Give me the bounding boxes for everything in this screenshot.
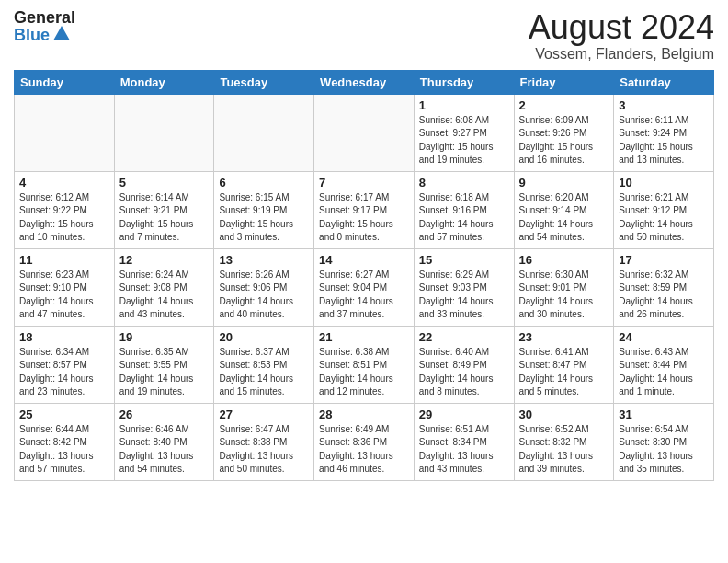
day-number: 28 xyxy=(319,408,409,421)
day-cell: 29Sunrise: 6:51 AM Sunset: 8:34 PM Dayli… xyxy=(414,403,514,480)
logo: General Blue xyxy=(14,9,75,44)
day-info: Sunrise: 6:27 AM Sunset: 9:04 PM Dayligh… xyxy=(319,269,409,322)
day-info: Sunrise: 6:08 AM Sunset: 9:27 PM Dayligh… xyxy=(419,114,509,167)
day-number: 2 xyxy=(519,98,609,112)
day-number: 22 xyxy=(419,330,509,344)
day-info: Sunrise: 6:15 AM Sunset: 9:19 PM Dayligh… xyxy=(219,191,309,245)
month-year: August 2024 xyxy=(529,9,714,46)
col-sunday: Sunday xyxy=(15,70,115,94)
col-thursday: Thursday xyxy=(414,70,514,94)
day-info: Sunrise: 6:30 AM Sunset: 9:01 PM Dayligh… xyxy=(519,269,609,322)
day-cell: 2Sunrise: 6:09 AM Sunset: 9:26 PM Daylig… xyxy=(514,94,614,171)
day-cell: 11Sunrise: 6:23 AM Sunset: 9:10 PM Dayli… xyxy=(15,248,115,326)
day-info: Sunrise: 6:26 AM Sunset: 9:06 PM Dayligh… xyxy=(219,269,309,322)
day-info: Sunrise: 6:38 AM Sunset: 8:51 PM Dayligh… xyxy=(319,346,409,399)
day-info: Sunrise: 6:37 AM Sunset: 8:53 PM Dayligh… xyxy=(219,346,309,399)
day-cell: 28Sunrise: 6:49 AM Sunset: 8:36 PM Dayli… xyxy=(314,403,415,480)
col-wednesday: Wednesday xyxy=(314,70,415,94)
day-number: 31 xyxy=(619,408,709,421)
day-cell: 30Sunrise: 6:52 AM Sunset: 8:32 PM Dayli… xyxy=(514,403,614,480)
day-number: 3 xyxy=(619,98,709,112)
day-info: Sunrise: 6:46 AM Sunset: 8:40 PM Dayligh… xyxy=(119,423,210,477)
day-cell: 26Sunrise: 6:46 AM Sunset: 8:40 PM Dayli… xyxy=(114,403,214,480)
day-number: 14 xyxy=(319,253,409,267)
day-number: 12 xyxy=(119,253,210,267)
day-number: 17 xyxy=(619,253,709,267)
day-info: Sunrise: 6:20 AM Sunset: 9:14 PM Dayligh… xyxy=(519,191,609,245)
day-cell: 20Sunrise: 6:37 AM Sunset: 8:53 PM Dayli… xyxy=(214,326,314,403)
location: Vossem, Flanders, Belgium xyxy=(529,46,714,63)
calendar-table: Sunday Monday Tuesday Wednesday Thursday… xyxy=(14,70,714,481)
day-number: 7 xyxy=(319,176,409,190)
day-cell: 22Sunrise: 6:40 AM Sunset: 8:49 PM Dayli… xyxy=(414,326,514,403)
day-number: 27 xyxy=(219,408,309,421)
day-cell: 21Sunrise: 6:38 AM Sunset: 8:51 PM Dayli… xyxy=(314,326,415,403)
title-section: August 2024 Vossem, Flanders, Belgium xyxy=(529,9,714,63)
day-info: Sunrise: 6:49 AM Sunset: 8:36 PM Dayligh… xyxy=(319,423,409,477)
day-number: 25 xyxy=(19,408,109,421)
day-cell: 8Sunrise: 6:18 AM Sunset: 9:16 PM Daylig… xyxy=(414,171,514,248)
day-info: Sunrise: 6:12 AM Sunset: 9:22 PM Dayligh… xyxy=(19,191,109,245)
week-row-0: 1Sunrise: 6:08 AM Sunset: 9:27 PM Daylig… xyxy=(15,94,714,171)
day-info: Sunrise: 6:34 AM Sunset: 8:57 PM Dayligh… xyxy=(19,346,109,399)
day-cell xyxy=(114,94,214,171)
day-info: Sunrise: 6:21 AM Sunset: 9:12 PM Dayligh… xyxy=(619,191,709,245)
day-cell: 7Sunrise: 6:17 AM Sunset: 9:17 PM Daylig… xyxy=(314,171,415,248)
day-info: Sunrise: 6:17 AM Sunset: 9:17 PM Dayligh… xyxy=(319,191,409,245)
day-cell xyxy=(214,94,314,171)
day-cell: 10Sunrise: 6:21 AM Sunset: 9:12 PM Dayli… xyxy=(614,171,714,248)
day-info: Sunrise: 6:41 AM Sunset: 8:47 PM Dayligh… xyxy=(519,346,609,399)
logo-blue: Blue xyxy=(14,27,50,43)
day-number: 18 xyxy=(19,330,109,344)
day-info: Sunrise: 6:32 AM Sunset: 8:59 PM Dayligh… xyxy=(619,269,709,322)
day-cell: 17Sunrise: 6:32 AM Sunset: 8:59 PM Dayli… xyxy=(614,248,714,326)
day-cell: 3Sunrise: 6:11 AM Sunset: 9:24 PM Daylig… xyxy=(614,94,714,171)
day-number: 4 xyxy=(19,176,109,190)
day-info: Sunrise: 6:51 AM Sunset: 8:34 PM Dayligh… xyxy=(419,423,509,477)
day-info: Sunrise: 6:47 AM Sunset: 8:38 PM Dayligh… xyxy=(219,423,309,477)
day-cell: 14Sunrise: 6:27 AM Sunset: 9:04 PM Dayli… xyxy=(314,248,415,326)
day-number: 13 xyxy=(219,253,309,267)
day-info: Sunrise: 6:44 AM Sunset: 8:42 PM Dayligh… xyxy=(19,423,109,477)
day-cell: 9Sunrise: 6:20 AM Sunset: 9:14 PM Daylig… xyxy=(514,171,614,248)
col-tuesday: Tuesday xyxy=(214,70,314,94)
week-row-4: 25Sunrise: 6:44 AM Sunset: 8:42 PM Dayli… xyxy=(15,403,714,480)
col-saturday: Saturday xyxy=(614,70,714,94)
day-number: 5 xyxy=(119,176,210,190)
day-info: Sunrise: 6:14 AM Sunset: 9:21 PM Dayligh… xyxy=(119,191,210,245)
day-number: 30 xyxy=(519,408,609,421)
day-number: 10 xyxy=(619,176,709,190)
day-info: Sunrise: 6:23 AM Sunset: 9:10 PM Dayligh… xyxy=(19,269,109,322)
day-cell xyxy=(15,94,115,171)
day-number: 9 xyxy=(519,176,609,190)
day-info: Sunrise: 6:52 AM Sunset: 8:32 PM Dayligh… xyxy=(519,423,609,477)
day-cell: 5Sunrise: 6:14 AM Sunset: 9:21 PM Daylig… xyxy=(114,171,214,248)
day-number: 8 xyxy=(419,176,509,190)
header: General Blue August 2024 Vossem, Flander… xyxy=(14,9,714,63)
day-info: Sunrise: 6:35 AM Sunset: 8:55 PM Dayligh… xyxy=(119,346,210,399)
day-info: Sunrise: 6:29 AM Sunset: 9:03 PM Dayligh… xyxy=(419,269,509,322)
day-number: 19 xyxy=(119,330,210,344)
day-cell: 24Sunrise: 6:43 AM Sunset: 8:44 PM Dayli… xyxy=(614,326,714,403)
day-cell: 13Sunrise: 6:26 AM Sunset: 9:06 PM Dayli… xyxy=(214,248,314,326)
logo-name: General Blue xyxy=(14,9,75,44)
logo-triangle-icon xyxy=(51,24,72,44)
day-number: 15 xyxy=(419,253,509,267)
day-number: 23 xyxy=(519,330,609,344)
day-cell: 18Sunrise: 6:34 AM Sunset: 8:57 PM Dayli… xyxy=(15,326,115,403)
day-info: Sunrise: 6:09 AM Sunset: 9:26 PM Dayligh… xyxy=(519,114,609,167)
day-cell: 15Sunrise: 6:29 AM Sunset: 9:03 PM Dayli… xyxy=(414,248,514,326)
day-number: 11 xyxy=(19,253,109,267)
day-number: 21 xyxy=(319,330,409,344)
day-cell: 27Sunrise: 6:47 AM Sunset: 8:38 PM Dayli… xyxy=(214,403,314,480)
day-info: Sunrise: 6:11 AM Sunset: 9:24 PM Dayligh… xyxy=(619,114,709,167)
day-cell: 12Sunrise: 6:24 AM Sunset: 9:08 PM Dayli… xyxy=(114,248,214,326)
day-number: 20 xyxy=(219,330,309,344)
day-info: Sunrise: 6:43 AM Sunset: 8:44 PM Dayligh… xyxy=(619,346,709,399)
week-row-2: 11Sunrise: 6:23 AM Sunset: 9:10 PM Dayli… xyxy=(15,248,714,326)
week-row-1: 4Sunrise: 6:12 AM Sunset: 9:22 PM Daylig… xyxy=(15,171,714,248)
day-cell: 16Sunrise: 6:30 AM Sunset: 9:01 PM Dayli… xyxy=(514,248,614,326)
day-cell: 23Sunrise: 6:41 AM Sunset: 8:47 PM Dayli… xyxy=(514,326,614,403)
day-cell: 1Sunrise: 6:08 AM Sunset: 9:27 PM Daylig… xyxy=(414,94,514,171)
col-friday: Friday xyxy=(514,70,614,94)
